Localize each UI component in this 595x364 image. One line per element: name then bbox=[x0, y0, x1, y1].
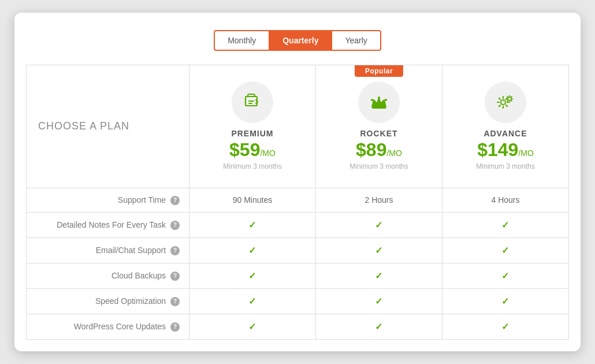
feature-value-4-1: ✓ bbox=[315, 289, 442, 314]
feature-label-0: Support Time ? bbox=[27, 188, 189, 212]
popular-badge: Popular bbox=[355, 65, 403, 77]
support-time-value: 2 Hours bbox=[365, 195, 393, 205]
plan-premium: PREMIUM $59/MO Minimum 3 months bbox=[189, 65, 315, 188]
checkmark-icon: ✓ bbox=[248, 296, 256, 306]
checkmark-icon: ✓ bbox=[501, 271, 509, 281]
checkmark-icon: ✓ bbox=[501, 246, 509, 255]
premium-price: $59/MO bbox=[195, 140, 310, 159]
feature-value-3-1: ✓ bbox=[315, 263, 442, 289]
feature-value-4-2: ✓ bbox=[442, 289, 568, 314]
checkmark-icon: ✓ bbox=[375, 296, 382, 306]
svg-point-10 bbox=[508, 98, 511, 100]
svg-point-6 bbox=[385, 99, 387, 101]
pricing-table: CHOOSE A PLAN PREMIUM $59/MO bbox=[26, 65, 569, 340]
plan-header-row: CHOOSE A PLAN PREMIUM $59/MO bbox=[27, 65, 569, 188]
checkmark-icon: ✓ bbox=[375, 220, 382, 230]
feature-value-1-0: ✓ bbox=[189, 213, 315, 238]
rocket-name: ROCKET bbox=[322, 129, 436, 138]
feature-value-5-1: ✓ bbox=[315, 314, 442, 340]
info-icon[interactable]: ? bbox=[170, 246, 180, 255]
feature-value-5-2: ✓ bbox=[442, 314, 568, 340]
feature-value-2-1: ✓ bbox=[315, 238, 442, 263]
checkmark-icon: ✓ bbox=[375, 271, 382, 281]
checkmark-icon: ✓ bbox=[375, 246, 382, 255]
feature-row: Speed Optimization ?✓✓✓ bbox=[27, 289, 569, 314]
feature-label-3: Cloud Backups ? bbox=[27, 263, 189, 289]
feature-value-2-0: ✓ bbox=[189, 238, 315, 263]
checkmark-icon: ✓ bbox=[501, 220, 509, 230]
info-icon[interactable]: ? bbox=[170, 272, 180, 281]
feature-value-0-1: 2 Hours bbox=[315, 188, 442, 212]
feature-row: Detailed Notes For Every Task ?✓✓✓ bbox=[27, 213, 569, 238]
info-icon[interactable]: ? bbox=[170, 322, 180, 332]
premium-name: PREMIUM bbox=[195, 129, 310, 138]
plan-rocket: Popular ROCKET $89/MO bbox=[315, 65, 442, 188]
feature-value-1-2: ✓ bbox=[442, 213, 568, 238]
checkmark-icon: ✓ bbox=[501, 322, 509, 332]
feature-value-2-2: ✓ bbox=[442, 238, 568, 263]
toggle-quarterly[interactable]: Quarterly bbox=[269, 30, 332, 51]
rocket-price: $89/MO bbox=[322, 140, 436, 159]
feature-label-2: Email/Chat Support ? bbox=[27, 238, 189, 263]
feature-label-4: Speed Optimization ? bbox=[27, 289, 189, 314]
feature-row: WordPress Core Updates ?✓✓✓ bbox=[27, 314, 569, 340]
feature-label-1: Detailed Notes For Every Task ? bbox=[27, 213, 189, 238]
advance-icon bbox=[485, 81, 526, 123]
feature-value-0-2: 4 Hours bbox=[442, 188, 568, 212]
support-time-value: 4 Hours bbox=[491, 195, 519, 205]
checkmark-icon: ✓ bbox=[248, 246, 256, 255]
premium-min: Minimum 3 months bbox=[195, 162, 310, 170]
info-icon[interactable]: ? bbox=[170, 221, 180, 230]
rocket-icon bbox=[358, 81, 400, 123]
svg-point-5 bbox=[378, 96, 380, 99]
advance-price: $149/MO bbox=[448, 140, 563, 159]
feature-row: Cloud Backups ?✓✓✓ bbox=[27, 263, 569, 289]
feature-value-3-2: ✓ bbox=[442, 263, 568, 289]
checkmark-icon: ✓ bbox=[501, 296, 509, 306]
checkmark-icon: ✓ bbox=[248, 220, 256, 230]
feature-label-5: WordPress Core Updates ? bbox=[27, 314, 189, 340]
rocket-min: Minimum 3 months bbox=[322, 162, 436, 170]
feature-value-5-0: ✓ bbox=[189, 314, 315, 340]
advance-min: Minimum 3 months bbox=[448, 162, 563, 170]
svg-rect-3 bbox=[372, 107, 386, 109]
pricing-card: Monthly Quarterly Yearly CHOOSE A PLAN bbox=[14, 13, 581, 351]
feature-row: Support Time ?90 Minutes2 Hours4 Hours bbox=[27, 188, 569, 212]
info-icon[interactable]: ? bbox=[170, 297, 180, 306]
feature-value-4-0: ✓ bbox=[189, 289, 315, 314]
info-icon[interactable]: ? bbox=[170, 196, 180, 205]
premium-icon bbox=[232, 81, 273, 123]
feature-value-1-1: ✓ bbox=[315, 213, 442, 238]
choose-plan-label: CHOOSE A PLAN bbox=[38, 120, 129, 132]
billing-toggle: Monthly Quarterly Yearly bbox=[26, 30, 569, 51]
plan-advance: ADVANCE $149/MO Minimum 3 months bbox=[442, 65, 568, 188]
support-time-value: 90 Minutes bbox=[233, 195, 272, 205]
checkmark-icon: ✓ bbox=[248, 322, 256, 332]
feature-row: Email/Chat Support ?✓✓✓ bbox=[27, 238, 569, 263]
toggle-monthly[interactable]: Monthly bbox=[214, 30, 269, 51]
svg-point-4 bbox=[371, 99, 373, 101]
toggle-yearly[interactable]: Yearly bbox=[332, 30, 381, 51]
feature-value-0-0: 90 Minutes bbox=[189, 188, 315, 212]
checkmark-icon: ✓ bbox=[248, 271, 256, 281]
feature-value-3-0: ✓ bbox=[189, 263, 315, 289]
svg-point-8 bbox=[501, 101, 505, 104]
advance-name: ADVANCE bbox=[448, 129, 563, 138]
checkmark-icon: ✓ bbox=[375, 322, 382, 332]
